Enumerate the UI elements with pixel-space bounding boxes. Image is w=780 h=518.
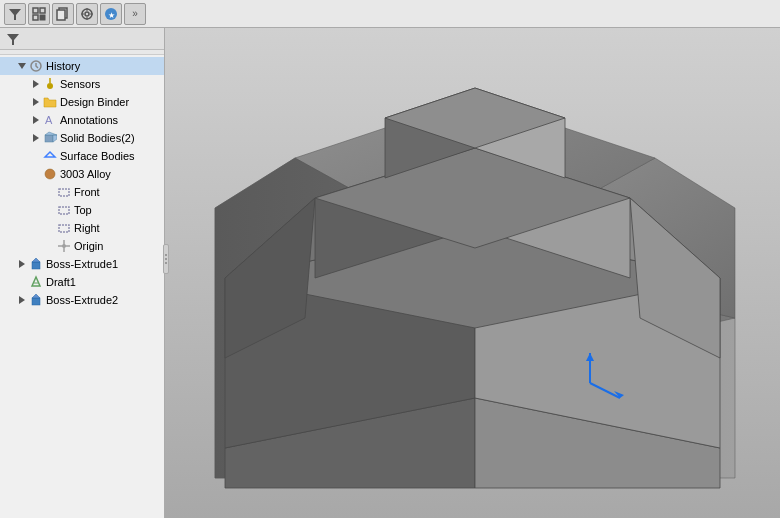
- tree-expand-arrow[interactable]: [16, 276, 28, 288]
- fm-filter-button[interactable]: [4, 30, 22, 48]
- tree-item-label: Surface Bodies: [60, 150, 162, 162]
- feature-manager-panel: HistorySensorsDesign BinderAAnnotationsS…: [0, 28, 165, 518]
- svg-rect-1: [33, 8, 38, 13]
- config-button[interactable]: ★: [100, 3, 122, 25]
- svg-point-19: [47, 83, 53, 89]
- tree-item-design-binder[interactable]: Design Binder: [0, 93, 164, 111]
- 3d-viewport[interactable]: [165, 28, 780, 518]
- tree-item-annotations[interactable]: AAnnotations: [0, 111, 164, 129]
- svg-marker-24: [33, 134, 39, 142]
- tree-item-solid-bodies[interactable]: Solid Bodies(2): [0, 129, 164, 147]
- tree-item-label: Top: [74, 204, 162, 216]
- tree-expand-arrow[interactable]: [44, 240, 56, 252]
- tree-item-icon-history: [28, 58, 44, 74]
- svg-rect-6: [57, 10, 65, 20]
- tree-item-history[interactable]: History: [0, 57, 164, 75]
- tree-item-label: Origin: [74, 240, 162, 252]
- more-button[interactable]: »: [124, 3, 146, 25]
- tree-item-label: Design Binder: [60, 96, 162, 108]
- tree-item-label: 3003 Alloy: [60, 168, 162, 180]
- tree-item-icon-extrude: [28, 256, 44, 272]
- svg-rect-2: [40, 8, 45, 13]
- tree-item-label: Right: [74, 222, 162, 234]
- 3d-model-view: [165, 28, 780, 518]
- svg-rect-30: [59, 207, 69, 214]
- tree-item-icon-material: [42, 166, 58, 182]
- tree-item-icon-extrude: [28, 292, 44, 308]
- svg-marker-15: [7, 34, 19, 45]
- tree-item-icon-annotation: A: [42, 112, 58, 128]
- svg-point-28: [45, 169, 55, 179]
- tree-item-icon-folder: [42, 94, 58, 110]
- tree-item-icon-solid: [42, 130, 58, 146]
- copy-button[interactable]: [52, 3, 74, 25]
- svg-rect-3: [33, 15, 38, 20]
- target-button[interactable]: [76, 3, 98, 25]
- svg-marker-41: [32, 294, 40, 298]
- tree-item-right[interactable]: Right: [0, 219, 164, 237]
- tree-expand-arrow[interactable]: [30, 168, 42, 180]
- zoom-button[interactable]: [28, 3, 50, 25]
- tree-item-icon-plane: [56, 220, 72, 236]
- tree-expand-arrow[interactable]: [44, 222, 56, 234]
- svg-point-34: [62, 244, 66, 248]
- tree-expand-arrow[interactable]: [30, 114, 42, 126]
- tree-item-label: Boss-Extrude1: [46, 258, 162, 270]
- tree-item-boss-extrude1[interactable]: Boss-Extrude1: [0, 255, 164, 273]
- tree-item-icon-sensor: [42, 76, 58, 92]
- tree-item-icon-plane: [56, 202, 72, 218]
- tree-expand-arrow[interactable]: [44, 204, 56, 216]
- tree-expand-arrow[interactable]: [44, 186, 56, 198]
- feature-panel-toolbar: [0, 28, 164, 50]
- main-toolbar: ★ »: [0, 0, 780, 28]
- tree-item-draft1[interactable]: Draft1: [0, 273, 164, 291]
- svg-marker-35: [19, 260, 25, 268]
- svg-text:A: A: [45, 114, 53, 126]
- feature-tree: HistorySensorsDesign BinderAAnnotationsS…: [0, 55, 164, 518]
- svg-marker-39: [19, 296, 25, 304]
- tree-item-icon-surface: [42, 148, 58, 164]
- svg-rect-25: [45, 135, 53, 142]
- tree-item-icon-plane: [56, 184, 72, 200]
- svg-point-8: [85, 12, 89, 16]
- svg-rect-36: [32, 262, 40, 269]
- tree-item-label: Front: [74, 186, 162, 198]
- tree-item-origin[interactable]: Origin: [0, 237, 164, 255]
- svg-text:★: ★: [108, 11, 115, 20]
- tree-item-label: Sensors: [60, 78, 162, 90]
- tree-item-material[interactable]: 3003 Alloy: [0, 165, 164, 183]
- tree-item-label: Solid Bodies(2): [60, 132, 162, 144]
- tree-item-label: History: [46, 60, 162, 72]
- svg-marker-0: [9, 9, 21, 20]
- svg-marker-37: [32, 258, 40, 262]
- tree-expand-arrow[interactable]: [30, 96, 42, 108]
- tree-item-sensors[interactable]: Sensors: [0, 75, 164, 93]
- svg-rect-40: [32, 298, 40, 305]
- tree-item-surface-bodies[interactable]: Surface Bodies: [0, 147, 164, 165]
- tree-expand-arrow[interactable]: [30, 132, 42, 144]
- svg-rect-4: [40, 15, 45, 20]
- tree-item-label: Boss-Extrude2: [46, 294, 162, 306]
- svg-marker-18: [33, 80, 39, 88]
- svg-marker-16: [18, 63, 26, 69]
- svg-marker-27: [45, 152, 55, 157]
- tree-item-front[interactable]: Front: [0, 183, 164, 201]
- svg-rect-31: [59, 225, 69, 232]
- tree-item-label: Annotations: [60, 114, 162, 126]
- svg-marker-21: [33, 98, 39, 106]
- panel-resize-handle[interactable]: [163, 244, 169, 274]
- tree-expand-arrow[interactable]: [30, 150, 42, 162]
- filter-button[interactable]: [4, 3, 26, 25]
- tree-expand-arrow[interactable]: [16, 294, 28, 306]
- tree-item-icon-draft: [28, 274, 44, 290]
- tree-expand-arrow[interactable]: [16, 258, 28, 270]
- svg-marker-22: [33, 116, 39, 124]
- tree-item-label: Draft1: [46, 276, 162, 288]
- tree-expand-arrow[interactable]: [16, 60, 28, 72]
- svg-rect-29: [59, 189, 69, 196]
- main-content: HistorySensorsDesign BinderAAnnotationsS…: [0, 28, 780, 518]
- tree-expand-arrow[interactable]: [30, 78, 42, 90]
- tree-item-boss-extrude2[interactable]: Boss-Extrude2: [0, 291, 164, 309]
- tree-item-top[interactable]: Top: [0, 201, 164, 219]
- tree-item-icon-origin: [56, 238, 72, 254]
